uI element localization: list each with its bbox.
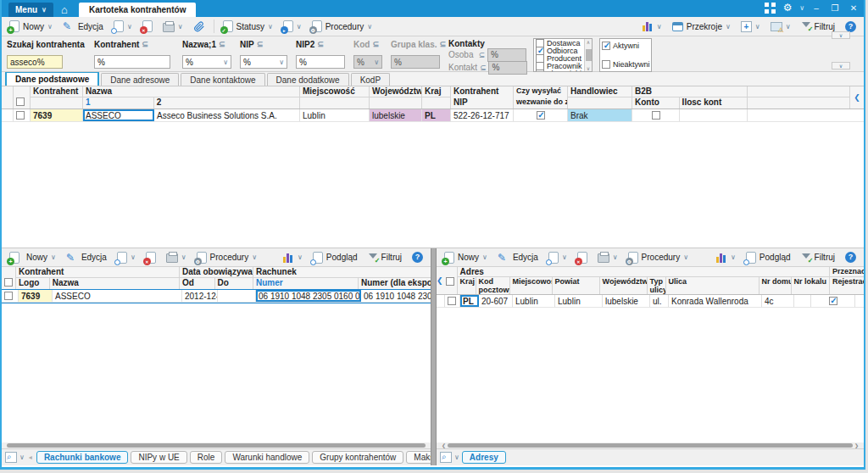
cell-rejestracji[interactable] <box>811 295 855 307</box>
bank-help-button[interactable] <box>408 250 427 264</box>
addr-filter-button[interactable]: Filtruj <box>797 251 839 264</box>
col-ulica[interactable]: Ulica <box>666 277 760 294</box>
tab-role[interactable]: Role <box>190 451 223 464</box>
cell-numer-eksport[interactable]: 06 1910 1048 2305 0160 01 <box>361 290 431 302</box>
tab-dane-dodatkowe[interactable]: Dane dodatkowe <box>267 73 349 86</box>
home-button[interactable] <box>53 3 75 17</box>
col-konto[interactable]: Konto <box>632 97 680 109</box>
cell-nazwa2[interactable]: Asseco Business Solutions S.A. <box>154 109 300 121</box>
edit-button[interactable]: Edycja <box>58 19 108 34</box>
row-checkbox[interactable] <box>4 292 13 300</box>
col-numer[interactable]: Numer <box>253 278 359 289</box>
col-nazwa[interactable]: Nazwa 1 2 <box>83 86 300 109</box>
tab-nipy-w-ue[interactable]: NIPy w UE <box>131 451 186 464</box>
role-item-producent[interactable]: Producent <box>536 55 584 62</box>
col-do[interactable]: Do <box>215 278 253 289</box>
col-nr-domu[interactable]: Nr domu <box>760 277 792 294</box>
address-row[interactable]: PL 20-607 Lublin Lublin lubelskie ul. Ko… <box>437 295 864 308</box>
attachments-button[interactable] <box>189 19 209 34</box>
bank-row[interactable]: 7639 ASSECO 2012-12-03 06 1910 1048 2305… <box>2 290 431 303</box>
cell-numer[interactable]: 06 1910 1048 2305 0160 0168 0001 <box>256 290 361 302</box>
bank-preview-button[interactable]: Podgląd <box>309 250 362 265</box>
menu-button[interactable]: Menu ∨ <box>8 3 53 17</box>
sections-button[interactable]: Przekroje ∨ <box>668 20 735 33</box>
tab-rachunki-bankowe[interactable]: Rachunki bankowe <box>36 451 129 464</box>
preview-doc-button[interactable]: ∨ <box>109 19 136 34</box>
images-button[interactable]: ∨ <box>766 20 795 33</box>
cell-handlowiec[interactable]: Brak <box>568 109 632 121</box>
add-view-button[interactable]: ∨ <box>737 19 765 34</box>
close-button[interactable]: ✕ <box>847 2 860 14</box>
statuses-button[interactable]: Statusy ∨ <box>219 19 277 34</box>
role-list-scrollbar[interactable] <box>584 39 592 71</box>
col-nazwa[interactable]: Nazwa <box>50 278 179 289</box>
cell-powiat[interactable]: Lublin <box>555 295 603 307</box>
col-group-adres[interactable]: Adres Kraj Kodpocztowy Miejscowość Powia… <box>458 267 831 294</box>
row-checkbox[interactable] <box>16 111 25 120</box>
export-button[interactable]: ∨ <box>279 19 306 34</box>
addr-chart-button[interactable]: ∨ <box>712 251 740 264</box>
address-hscrollbar[interactable]: ❮❯ <box>437 442 864 448</box>
kontrahent-input[interactable] <box>94 55 170 69</box>
col-nazwa-2[interactable]: 2 <box>154 97 299 109</box>
cell-nazwa[interactable]: ASSECO <box>53 290 182 302</box>
collapse-columns-button[interactable] <box>850 86 864 109</box>
role-listbox[interactable]: Dostawca Odbiorca Producent Pracownik Zl… <box>533 38 593 72</box>
col-logo[interactable]: Logo <box>16 278 50 289</box>
addr-preview-button[interactable]: Podgląd <box>742 250 795 265</box>
cell-logo[interactable]: 7639 <box>19 290 53 302</box>
tab-dane-adresowe[interactable]: Dane adresowe <box>101 73 179 86</box>
bank-edit-button[interactable]: Edycja <box>62 250 111 265</box>
cell-wezwanie[interactable] <box>514 109 568 121</box>
wezwanie-checkbox[interactable] <box>537 111 545 120</box>
bank-preview-doc-button[interactable]: ∨ <box>113 250 140 265</box>
bank-select-all-checkbox[interactable] <box>4 278 13 287</box>
addr-edit-button[interactable]: Edycja <box>493 250 542 265</box>
cell-ilosc-kont[interactable] <box>680 109 748 121</box>
grid-search-icon[interactable] <box>5 452 17 463</box>
cell-do[interactable] <box>218 290 256 302</box>
cell-typ[interactable]: ul. <box>650 295 669 307</box>
cell-kontrahent[interactable]: 7639 <box>31 109 83 121</box>
tabs-scroll-left-icon[interactable]: ◂ <box>29 454 32 461</box>
col-wojewodztwo[interactable]: Województwo <box>600 277 648 294</box>
collapse-columns-left-button[interactable] <box>437 267 443 294</box>
split-divider[interactable] <box>431 248 437 465</box>
col-numer-eksport[interactable]: Numer (dla eksportów d <box>359 278 431 289</box>
col-kod-pocztowy[interactable]: Kodpocztowy <box>476 277 510 294</box>
role-item-pracownik[interactable]: Pracownik <box>536 63 584 70</box>
col-kraj[interactable]: Kraj <box>458 277 476 294</box>
grid-search-icon[interactable] <box>440 452 452 463</box>
collapse-filter-top-button[interactable] <box>832 31 850 39</box>
cell-od[interactable]: 2012-12-03 <box>182 290 218 302</box>
bank-new-button[interactable]: Nowy ∨ <box>5 250 60 265</box>
nip-select[interactable]: % ∨ <box>240 55 287 69</box>
cell-nip[interactable]: 522-26-12-717 <box>451 109 514 121</box>
delete-button[interactable] <box>138 19 157 34</box>
tab-warunki-handlowe[interactable]: Warunki handlowe <box>225 451 309 464</box>
contains-filter-icon[interactable] <box>257 40 264 48</box>
contains-filter-icon[interactable] <box>317 40 324 48</box>
cell-kraj[interactable]: PL <box>460 295 479 307</box>
col-wezwanie[interactable]: Czy wysyłaćwezwanie do zapł. <box>514 86 568 109</box>
role-item-zleceniobiorca[interactable]: Zleceniobiorca <box>536 70 584 71</box>
apps-grid-icon[interactable] <box>765 3 776 14</box>
row-checkbox[interactable] <box>448 297 456 305</box>
restore-button[interactable]: ❐ <box>828 2 842 14</box>
nieaktywni-checkbox[interactable] <box>602 60 610 69</box>
bank-print-button[interactable]: ∨ <box>162 250 191 264</box>
col-nr-lokalu[interactable]: Nr lokalu <box>792 277 830 294</box>
nip2-input[interactable] <box>296 55 345 69</box>
konto-checkbox[interactable] <box>652 111 660 120</box>
addr-select-all-checkbox[interactable] <box>446 277 454 286</box>
col-kontrahent[interactable]: Kontrahent <box>31 86 83 109</box>
col-group-przeznaczenie[interactable]: Przeznaczeni Rejestracji/za <box>830 267 864 294</box>
cell-konto[interactable] <box>632 109 680 121</box>
nieaktywni-row[interactable]: Nieaktywni <box>602 60 649 69</box>
aktywni-row[interactable]: Aktywni <box>602 42 649 50</box>
cell-ulica[interactable]: Konrada Wallenroda <box>669 295 762 307</box>
col-group-rachunek[interactable]: Rachunek Numer Numer (dla eksportów d <box>253 267 431 289</box>
role-item-odbiorca[interactable]: Odbiorca <box>536 47 584 54</box>
contains-filter-icon[interactable] <box>142 40 148 48</box>
cell-kraj[interactable]: PL <box>422 109 451 121</box>
